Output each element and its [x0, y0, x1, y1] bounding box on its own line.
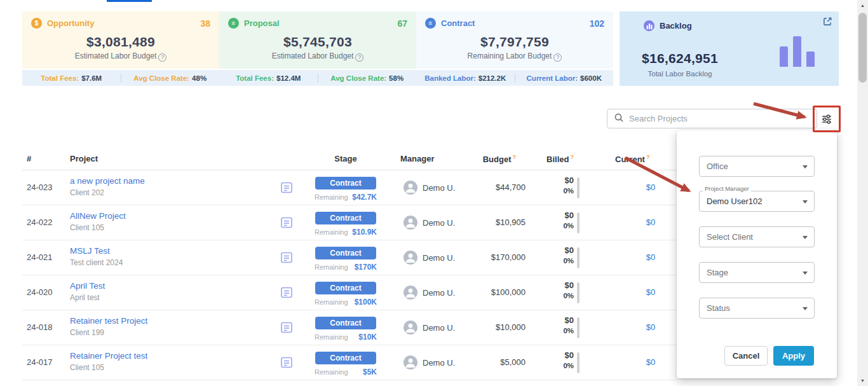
apply-button[interactable]: Apply: [773, 346, 814, 366]
billed-amount: $0: [531, 350, 574, 360]
help-mark[interactable]: ?: [571, 154, 574, 160]
project-client: Client 202: [70, 188, 145, 197]
project-link[interactable]: AllNew Project: [70, 211, 126, 221]
billed-percent: 0%: [531, 187, 574, 195]
kpi-card-contract: Contract 102 $7,797,759 Remaining Labor …: [416, 11, 613, 86]
table-row[interactable]: 24-017 Retainer Project test Client 105 …: [22, 345, 677, 380]
help-mark[interactable]: ?: [646, 154, 650, 160]
project-manager-filter-label: Project Manager: [703, 185, 751, 192]
kpi-subtitle: Estimated Labor Budget: [31, 52, 210, 62]
expand-icon[interactable]: [822, 17, 832, 27]
manager-avatar-icon: [403, 216, 417, 230]
kpi-value: $3,081,489: [31, 34, 210, 50]
stage-badge: Contract: [315, 212, 376, 224]
help-icon[interactable]: [355, 53, 363, 62]
help-icon[interactable]: [553, 53, 562, 62]
project-link[interactable]: Retainer test Project: [70, 316, 147, 326]
current-value-link[interactable]: $0: [631, 217, 670, 227]
current-value-link[interactable]: $0: [631, 183, 670, 192]
project-manager-filter-dropdown[interactable]: Demo User102: [699, 191, 815, 212]
current-value-link[interactable]: $0: [631, 357, 670, 367]
project-cell: Retainer Project test Client 105: [70, 351, 147, 372]
project-link[interactable]: April Test: [70, 281, 105, 291]
stage-cell: Contract Remaining $10K: [311, 317, 380, 341]
manager-avatar-icon: [403, 286, 417, 300]
table-body: 24-023 a new project name Client 202 Con…: [22, 170, 677, 380]
stage-cell: Contract Remaining $10.9K: [311, 212, 380, 237]
notes-icon[interactable]: [279, 180, 294, 198]
manager-avatar-icon: [403, 181, 417, 195]
search-input[interactable]: [629, 114, 810, 123]
billed-amount: $0: [531, 280, 574, 290]
help-icon[interactable]: [158, 53, 166, 62]
project-link[interactable]: MSLJ Test: [70, 246, 123, 256]
bar: [780, 46, 788, 67]
stage-badge: Contract: [315, 282, 376, 294]
billed-amount: $0: [531, 210, 574, 220]
current-value-link[interactable]: $0: [631, 322, 670, 332]
remaining-label: Remaining: [315, 298, 348, 306]
proposal-icon: [228, 18, 239, 29]
office-filter-dropdown[interactable]: Office: [699, 156, 815, 177]
kpi-subtitle: Estimated Labor Budget: [228, 52, 407, 62]
vertical-scrollbar[interactable]: ▲ ▼: [857, 0, 868, 386]
backlog-value: $16,624,951: [620, 51, 740, 66]
billed-amount: $0: [531, 315, 574, 325]
billed-progress-bar: [577, 317, 580, 338]
filter-button[interactable]: [817, 109, 836, 128]
notes-icon[interactable]: [279, 250, 294, 268]
remaining-label: Remaining: [315, 368, 348, 376]
billed-cell: $0 0%: [531, 176, 574, 195]
project-link[interactable]: a new project name: [70, 176, 145, 186]
table-row[interactable]: 24-022 AllNew Project Client 105 Contrac…: [22, 205, 677, 240]
project-cell: MSLJ Test Test client 2024: [70, 246, 123, 267]
billed-percent: 0%: [531, 292, 574, 300]
table-row[interactable]: 24-020 April Test April test Contract Re…: [22, 275, 677, 310]
project-client: Client 105: [70, 363, 147, 372]
current-value-link[interactable]: $0: [631, 252, 670, 262]
project-number: 24-021: [27, 252, 52, 262]
client-filter-dropdown[interactable]: Select Client: [699, 226, 815, 247]
budget-value: $100,000: [442, 287, 526, 297]
remaining-value: $42.7K: [352, 193, 377, 202]
scrollbar-down-arrow[interactable]: ▼: [857, 375, 868, 386]
billed-cell: $0 0%: [531, 210, 574, 230]
project-link[interactable]: Retainer Project test: [70, 351, 147, 361]
budget-value: $5,000: [442, 357, 526, 367]
stage-badge: Contract: [315, 247, 376, 259]
scrollbar-up-arrow[interactable]: ▲: [857, 0, 868, 11]
kpi-footer: Banked Labor:$212.2K Current Labor:$600K: [416, 70, 613, 86]
projects-table: # Project Stage Manager Budget? Billed? …: [22, 148, 677, 380]
kpi-count: 102: [590, 18, 604, 29]
project-cell: a new project name Client 202: [70, 176, 145, 197]
col-header-stage: Stage: [311, 154, 380, 163]
help-mark[interactable]: ?: [513, 154, 517, 160]
notes-icon[interactable]: [279, 285, 294, 303]
notes-icon[interactable]: [279, 355, 294, 373]
remaining-label: Remaining: [315, 333, 348, 341]
table-row[interactable]: 24-018 Retainer test Project Client 199 …: [22, 310, 677, 345]
table-row[interactable]: 24-023 a new project name Client 202 Con…: [22, 170, 677, 205]
status-filter-dropdown[interactable]: Status: [699, 298, 815, 319]
stage-filter-dropdown[interactable]: Stage: [699, 262, 815, 283]
current-value-link[interactable]: $0: [631, 287, 670, 297]
col-header-current: Current?: [615, 154, 649, 164]
budget-value: $44,700: [442, 183, 526, 192]
stage-badge: Contract: [315, 352, 376, 364]
notes-icon[interactable]: [279, 215, 294, 233]
project-cell: AllNew Project Client 105: [70, 211, 126, 232]
project-client: April test: [70, 293, 105, 302]
backlog-icon: [644, 20, 654, 31]
cancel-button[interactable]: Cancel: [724, 346, 768, 366]
col-header-manager: Manager: [400, 154, 434, 163]
remaining-value: $100K: [355, 298, 377, 307]
project-cell: April Test April test: [70, 281, 105, 302]
table-row[interactable]: 24-021 MSLJ Test Test client 2024 Contra…: [22, 240, 677, 275]
kpi-card-proposal: Proposal 67 $5,745,703 Estimated Labor B…: [219, 11, 416, 86]
col-header-budget: Budget?: [432, 154, 516, 164]
notes-icon[interactable]: [279, 320, 294, 338]
scrollbar-thumb[interactable]: [858, 13, 867, 83]
remaining-label: Remaining: [315, 193, 348, 201]
contract-icon: [425, 18, 436, 29]
col-header-project: Project: [70, 154, 98, 163]
